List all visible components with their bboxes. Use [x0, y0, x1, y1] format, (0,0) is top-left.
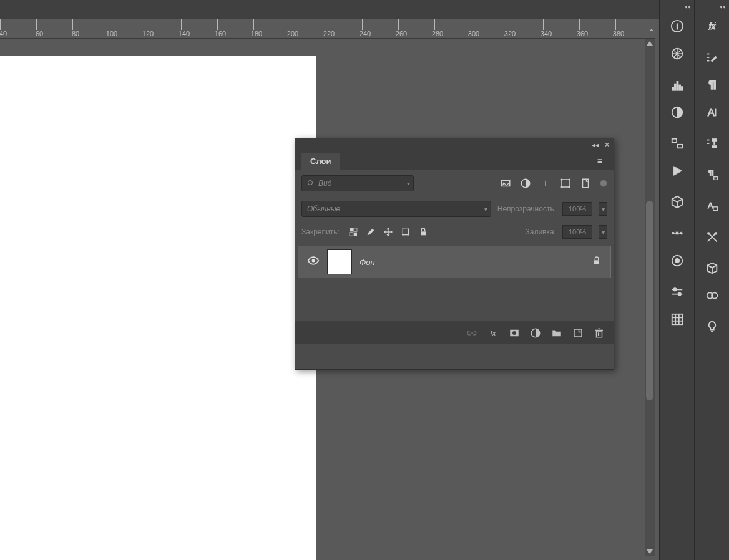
opacity-value[interactable]: 100%	[562, 202, 592, 216]
tools-icon[interactable]	[695, 223, 729, 251]
svg-line-57	[312, 185, 314, 186]
play-icon[interactable]	[660, 157, 695, 185]
svg-rect-80	[594, 260, 599, 264]
grid-icon[interactable]	[660, 306, 695, 333]
filter-placeholder: Вид	[318, 179, 331, 188]
path-icon[interactable]	[660, 220, 695, 247]
filter-toggle[interactable]	[600, 180, 607, 187]
layer-lock-icon[interactable]	[592, 256, 602, 268]
ruler-mark: 280	[428, 30, 447, 37]
svg-point-65	[561, 186, 563, 188]
paragraph-styles-icon[interactable]	[695, 161, 729, 188]
document-canvas[interactable]	[0, 56, 316, 560]
blend-mode-value: Обычные	[307, 205, 340, 213]
lock-move-icon[interactable]	[383, 227, 393, 237]
character-icon[interactable]: A	[695, 99, 729, 126]
character-styles-icon[interactable]: A	[695, 192, 729, 220]
ruler-mark: 220	[320, 30, 338, 37]
top-bar	[0, 0, 729, 19]
fill-value[interactable]: 100%	[562, 225, 592, 239]
lock-brush-icon[interactable]	[366, 227, 376, 237]
navigator-icon[interactable]	[660, 40, 695, 67]
new-layer-icon[interactable]	[572, 327, 584, 339]
svg-rect-43	[714, 177, 718, 180]
filter-kind-select[interactable]: Вид ▾	[301, 175, 414, 191]
lock-all-icon[interactable]	[418, 227, 428, 237]
align-icon[interactable]	[660, 130, 695, 157]
svg-line-50	[708, 265, 712, 268]
visibility-icon[interactable]	[307, 254, 320, 269]
collapse-panel-icon[interactable]: ◂◂	[592, 141, 599, 149]
layers-tab[interactable]: Слои	[301, 153, 340, 170]
svg-point-27	[678, 292, 682, 296]
link-layers-icon[interactable]	[466, 327, 477, 339]
scrollbar-thumb[interactable]	[646, 201, 653, 400]
cube-icon[interactable]	[695, 254, 729, 282]
paragraph-icon[interactable]	[695, 71, 729, 99]
clone-stamp-icon[interactable]	[695, 130, 729, 157]
layer-thumbnail[interactable]	[327, 249, 352, 274]
layer-fx-icon[interactable]: fx	[487, 327, 499, 339]
new-group-icon[interactable]	[551, 327, 562, 339]
panel-menu-icon[interactable]: ≡	[592, 152, 607, 170]
filter-pixel-icon[interactable]	[500, 178, 511, 189]
svg-rect-73	[403, 229, 408, 234]
opacity-slider-icon[interactable]: ▾	[599, 202, 607, 216]
panel-footer: fx	[295, 321, 614, 344]
layers-empty-area[interactable]	[298, 278, 611, 318]
close-panel-icon[interactable]: ✕	[604, 141, 610, 149]
brush-presets-icon[interactable]	[695, 44, 729, 71]
lightbulb-icon[interactable]	[695, 313, 729, 340]
ruler-mark: 60	[30, 30, 49, 37]
adjustment-icon[interactable]	[660, 99, 695, 126]
fill-slider-icon[interactable]: ▾	[599, 225, 607, 239]
3d-icon[interactable]	[660, 188, 695, 216]
ruler-mark: 40	[0, 30, 12, 37]
ruler-mark: 160	[211, 30, 230, 37]
svg-rect-9	[677, 82, 678, 91]
svg-rect-45	[713, 207, 717, 211]
scroll-up-icon[interactable]	[647, 41, 653, 46]
svg-rect-78	[421, 231, 426, 235]
layer-row[interactable]: Фон	[298, 246, 611, 278]
new-adjustment-icon[interactable]	[530, 327, 541, 339]
ruler-expand-icon[interactable]: ⌃	[648, 27, 655, 37]
blend-row: Обычные ▾ Непрозрачность: 100% ▾	[295, 197, 614, 221]
blend-mode-select[interactable]: Обычные ▾	[301, 201, 491, 217]
collapse-left-icon[interactable]: ◂◂	[660, 0, 694, 12]
panel-header[interactable]: ◂◂ ✕	[295, 138, 614, 151]
fx-icon[interactable]: fx	[695, 12, 729, 40]
svg-point-66	[569, 186, 570, 188]
svg-rect-62	[562, 180, 569, 187]
filter-smart-icon[interactable]	[580, 178, 591, 189]
search-icon	[307, 180, 315, 187]
vertical-scrollbar[interactable]	[645, 39, 655, 556]
filter-text-icon[interactable]: T	[540, 178, 551, 189]
sliders-icon[interactable]	[660, 278, 695, 306]
svg-rect-86	[597, 331, 602, 337]
tab-row: Слои ≡	[295, 151, 614, 170]
svg-rect-69	[350, 233, 353, 236]
lock-transparency-icon[interactable]	[348, 227, 358, 237]
color-wheel-icon[interactable]	[660, 247, 695, 274]
svg-text:T: T	[543, 179, 548, 188]
filter-adjustment-icon[interactable]	[520, 178, 531, 189]
layers-list: Фон	[295, 243, 614, 321]
layer-mask-icon[interactable]	[509, 327, 520, 339]
collapse-right-icon[interactable]: ◂◂	[695, 0, 729, 12]
lock-artboard-icon[interactable]	[401, 227, 411, 237]
svg-rect-68	[353, 228, 356, 231]
delete-layer-icon[interactable]	[594, 327, 605, 339]
filter-shape-icon[interactable]	[560, 178, 571, 189]
info-icon[interactable]: i	[660, 12, 695, 40]
layer-name[interactable]: Фон	[360, 258, 584, 267]
ruler-mark: 200	[283, 30, 302, 37]
histogram-icon[interactable]	[660, 71, 695, 99]
layers-panel[interactable]: ◂◂ ✕ Слои ≡ Вид ▾ T Обычные ▾ Непрозрачн…	[295, 138, 614, 370]
cloud-icon[interactable]	[695, 282, 729, 309]
ruler-mark: 260	[392, 30, 411, 37]
scroll-down-icon[interactable]	[647, 549, 653, 554]
ruler-mark: 240	[356, 30, 374, 37]
svg-text:A: A	[708, 201, 713, 210]
svg-line-15	[672, 199, 677, 202]
